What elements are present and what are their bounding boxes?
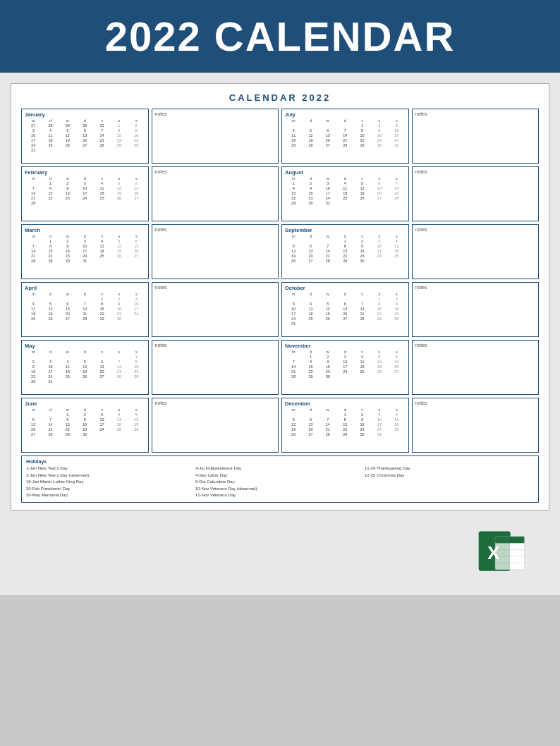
holiday-item: 12-25 Christmas Day (365, 472, 534, 479)
months-grid: Januarymdwdvss27282930311234567891011121… (21, 109, 539, 453)
month-box-april: Aprilmdwdvss1234567891011121314151617181… (21, 282, 149, 337)
notes-box: notes (412, 166, 540, 221)
month-name: October (285, 285, 406, 291)
holiday-item: 9-Oct Columbus Day (195, 479, 365, 486)
holiday-item: 4-Jul Independence Day (195, 465, 365, 472)
notes-label: notes (155, 169, 276, 174)
holiday-item: 16-Jan Martin Luther King Day (26, 479, 195, 486)
mini-calendar: mdwdvss123456789101112131415161718192021… (25, 350, 145, 384)
notes-label: notes (415, 343, 536, 348)
notes-label: notes (155, 343, 276, 348)
month-box-august: Augustmdwdvss123456789101112131415161718… (281, 166, 409, 221)
month-box-november: Novembermdwdvss1234567891011121314151617… (281, 340, 409, 395)
notes-box: notes (152, 224, 279, 279)
notes-box: notes (412, 282, 540, 337)
holidays-title: Holidays (26, 459, 534, 464)
notes-label: notes (415, 400, 536, 405)
holiday-item: 20-Feb Presidents' Day (26, 486, 195, 493)
notes-label: notes (155, 400, 276, 405)
page-content: CALENDAR 2022 Januarymdwdvss272829303112… (0, 73, 560, 595)
month-box-may: Maymdwdvss123456789101112131415161718192… (21, 340, 149, 395)
mini-calendar: mdwdvss123456789101112131415161718192021… (25, 234, 145, 263)
notes-label: notes (415, 227, 536, 232)
month-name: December (285, 400, 406, 407)
month-box-february: Februarymdwdvss1234567891011121314151617… (21, 166, 149, 221)
month-name: May (25, 343, 145, 349)
month-box-july: Julymdwdvss12345678910111213141516171819… (281, 109, 409, 164)
notes-box: notes (152, 340, 279, 395)
page-title: 2022 CALENDAR (0, 13, 560, 60)
calendar-sheet: CALENDAR 2022 Januarymdwdvss272829303112… (11, 83, 549, 510)
month-name: August (285, 169, 406, 176)
calendar-title: CALENDAR 2022 (21, 92, 539, 103)
notes-box: notes (412, 109, 540, 164)
mini-calendar: mdwdvss123456789101112131415161718192021… (285, 292, 406, 326)
notes-box: notes (412, 398, 540, 453)
excel-icon: X (475, 525, 528, 577)
notes-box: notes (412, 340, 540, 395)
mini-calendar: mdwdvss123456789101112131415161718192021… (25, 408, 145, 436)
mini-calendar: mdwdvss123456789101112131415161718192021… (285, 234, 406, 263)
notes-box: notes (412, 224, 540, 279)
month-box-october: Octobermdwdvss12345678910111213141516171… (281, 282, 409, 337)
notes-label: notes (415, 111, 536, 116)
month-box-june: Junemdwdvss12345678910111213141516171819… (21, 398, 149, 453)
mini-calendar: mdwdvss123456789101112131415161718192021… (285, 176, 406, 205)
mini-calendar: mdwdvss123456789101112131415161718192021… (285, 118, 406, 147)
month-name: January (25, 111, 145, 118)
holiday-item: 29-May Memorial Day (26, 492, 195, 499)
holiday-item: 1-Jan New Year's Day (26, 465, 195, 472)
mini-calendar: mdwdvss123456789101112131415161718192021… (285, 350, 406, 379)
notes-label: notes (155, 285, 276, 290)
page-header: 2022 CALENDAR (0, 0, 560, 73)
holiday-item: 4-Sep Labor Day (195, 472, 365, 479)
holiday-item: 11-24 Thanksgiving Day (365, 465, 534, 472)
mini-calendar: mdwdvss123456789101112131415161718192021… (25, 292, 145, 321)
month-name: September (285, 227, 406, 233)
notes-label: notes (155, 111, 276, 116)
notes-box: notes (152, 109, 279, 164)
notes-label: notes (155, 227, 276, 232)
month-name: March (25, 227, 145, 233)
svg-text:X: X (487, 542, 500, 563)
holidays-box: Holidays 1-Jan New Year's Day2-Jan New Y… (21, 455, 539, 503)
holiday-item: 10-Nov Veterans Day (observed) (195, 486, 365, 493)
mini-calendar: mdwdvss123456789101112131415161718192021… (25, 176, 145, 205)
month-name: April (25, 285, 145, 291)
notes-box: notes (152, 282, 279, 337)
holiday-item: 11-Nov Veterans Day (195, 492, 365, 499)
month-name: June (25, 400, 145, 407)
mini-calendar: mdwdvss272829303112345678910111213141516… (25, 118, 145, 152)
notes-box: notes (152, 166, 279, 221)
month-box-september: Septembermdwdvss123456789101112131415161… (281, 224, 409, 279)
month-box-january: Januarymdwdvss27282930311234567891011121… (21, 109, 149, 164)
holidays-grid: 1-Jan New Year's Day2-Jan New Year's Day… (26, 465, 534, 499)
month-name: July (285, 111, 406, 118)
month-box-december: Decembermdwdvss1234567891011121314151617… (281, 398, 409, 453)
notes-label: notes (415, 285, 536, 290)
mini-calendar: mdwdvss123456789101112131415161718192021… (285, 408, 406, 436)
month-name: February (25, 169, 145, 176)
month-name: November (285, 343, 406, 349)
holiday-item: 2-Jan New Year's Day (observed) (26, 472, 195, 479)
notes-label: notes (415, 169, 536, 174)
excel-logo-area: X (11, 510, 549, 585)
notes-box: notes (152, 398, 279, 453)
month-box-march: Marchmdwdvss1234567891011121314151617181… (21, 224, 149, 279)
